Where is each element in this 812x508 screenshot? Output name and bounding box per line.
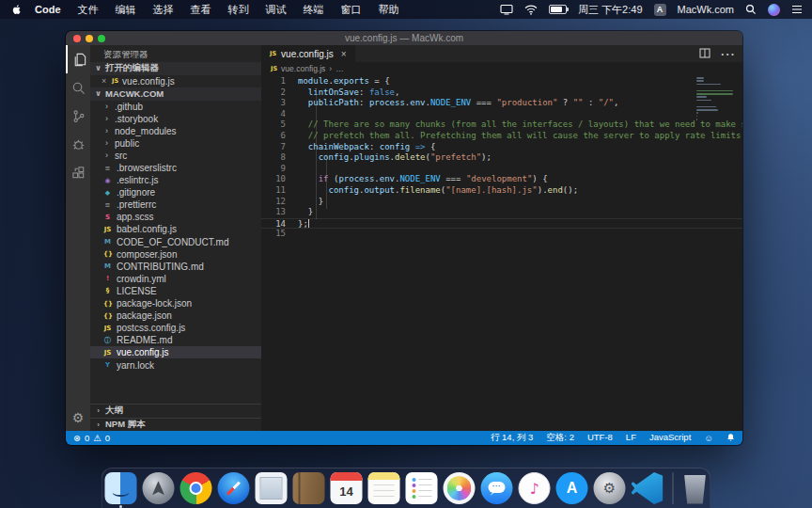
code-line-14[interactable]: 14}; [261,218,742,230]
file-vue.config.js[interactable]: JSvue.config.js [90,346,261,358]
source-control-icon[interactable] [66,102,90,130]
folder-.storybook[interactable]: ›.storybook [90,113,261,125]
dock-launchpad-icon[interactable] [143,472,175,504]
debug-icon[interactable] [66,130,90,158]
code-line-7[interactable]: 7 chainWebpack: config => { [261,142,742,153]
code-line-5[interactable]: 5 // There are so many chunks (from all … [261,119,742,131]
code-line-1[interactable]: 1module.exports = { [261,76,742,87]
input-method-icon[interactable]: A [654,4,666,16]
search-icon[interactable] [66,73,90,102]
code-line-4[interactable]: 4 [261,109,742,120]
code-line-12[interactable]: 12 } [261,197,742,208]
close-window-button[interactable] [73,35,81,42]
dock-safari-icon[interactable] [218,472,250,504]
menu-item-5[interactable]: 转到 [220,4,258,15]
breadcrumb[interactable]: JS vue.config.js › … [261,62,742,74]
dock-vscode-icon[interactable] [632,472,664,504]
spotlight-search-icon[interactable] [745,4,757,15]
extensions-icon[interactable] [66,158,90,186]
code-line-10[interactable]: 10 if (process.env.NODE_ENV === "develop… [261,174,742,185]
siri-icon[interactable] [768,4,780,16]
breadcrumb-file[interactable]: vue.config.js [281,64,325,73]
code-area[interactable]: 1module.exports = {2 lintOnSave: false,3… [261,74,742,431]
warnings-icon[interactable]: ⚠ [93,433,102,443]
file-.gitignore[interactable]: ◆.gitignore [90,186,261,198]
code-line-2[interactable]: 2 lintOnSave: false, [261,87,742,99]
code-line-13[interactable]: 13 } [261,207,742,218]
dock-contacts-icon[interactable] [293,472,325,504]
dock-trash-icon[interactable] [683,475,708,504]
dock-finder-icon[interactable] [105,472,137,504]
status-item-2[interactable]: UTF-8 [587,432,613,444]
file-crowdin.yml[interactable]: !crowdin.yml [90,273,261,285]
errors-icon[interactable]: ⊗ [73,433,81,443]
file-app.scss[interactable]: Sapp.scss [90,211,261,223]
status-item-0[interactable]: 行 14, 列 3 [491,432,533,444]
menu-item-8[interactable]: 窗口 [333,4,370,15]
dock-messages-icon[interactable]: ··· [481,472,513,504]
folder-src[interactable]: ›src [90,150,261,162]
code-line-15[interactable]: 15 [261,229,742,240]
close-tab-icon[interactable]: × [341,49,347,59]
file-.eslintrc.js[interactable]: ◉.eslintrc.js [90,174,261,186]
minimap[interactable] [696,77,738,125]
notification-center-icon[interactable] [791,5,803,14]
dock-reminders-icon[interactable] [406,472,438,504]
apple-menu-icon[interactable] [11,3,23,16]
status-item-3[interactable]: LF [626,432,636,444]
file-package-lock.json[interactable]: {}package-lock.json [90,297,261,310]
status-item-1[interactable]: 空格: 2 [546,432,574,444]
code-line-3[interactable]: 3 publicPath: process.env.NODE_ENV === "… [261,98,742,109]
file-.browserslistrc[interactable]: ≡.browserslistrc [90,162,261,174]
folder-node_modules[interactable]: ›node_modules [90,125,261,137]
open-editors-section[interactable]: ∨ 打开的编辑器 [90,62,261,75]
status-item-4[interactable]: JavaScript [649,432,691,444]
file-babel.config.js[interactable]: JSbabel.config.js [90,223,261,235]
file-yarn.lock[interactable]: Yyarn.lock [90,358,261,371]
screen-mirroring-icon[interactable] [500,4,513,15]
menu-item-6[interactable]: 调试 [258,4,295,15]
more-actions-icon[interactable]: ⋯ [720,45,735,63]
battery-icon[interactable] [549,5,567,14]
notifications-bell-icon[interactable] [726,433,735,444]
file-composer.json[interactable]: {}composer.json [90,248,261,261]
file-CONTRIBUTING.md[interactable]: MCONTRIBUTING.md [90,261,261,273]
tab-vue-config-js[interactable]: JS vue.config.js × [261,45,355,62]
window-title-bar[interactable]: vue.config.js — MacWk.com [66,31,742,45]
file-CODE_OF_CONDUCT.md[interactable]: MCODE_OF_CONDUCT.md [90,236,261,248]
folder-public[interactable]: ›public [90,137,261,150]
menu-item-0[interactable]: Code [26,4,70,15]
menu-item-4[interactable]: 查看 [182,4,220,15]
npm-scripts-section[interactable]: › NPM 脚本 [90,418,261,432]
file-README.md[interactable]: ⓘREADME.md [90,334,261,346]
menu-bar-clock[interactable]: 周三 下午2:49 [578,3,642,17]
breadcrumb-symbol[interactable]: … [336,64,344,73]
open-editor-item[interactable]: × JS vue.config.js [90,75,261,88]
dock-chrome-icon[interactable] [180,472,212,504]
menu-item-3[interactable]: 选择 [145,4,182,15]
dock-preferences-icon[interactable]: ⚙ [594,472,626,504]
minimize-window-button[interactable] [86,35,93,42]
code-line-8[interactable]: 8 config.plugins.delete("prefetch"); [261,152,742,164]
menu-item-1[interactable]: 文件 [70,4,107,15]
dock-mail-icon[interactable] [256,472,288,504]
file-postcss.config.js[interactable]: JSpostcss.config.js [90,322,261,334]
feedback-smiley-icon[interactable]: ☺ [704,433,713,443]
file-.prettierrc[interactable]: ≡.prettierrc [90,198,261,211]
folder-.github[interactable]: ›.github [90,101,261,113]
code-line-11[interactable]: 11 config.output.filename("[name].[hash]… [261,185,742,197]
errors-count[interactable]: 0 [85,433,89,443]
menu-item-9[interactable]: 帮助 [370,4,408,15]
project-section[interactable]: ∨ MACWK.COM [90,87,261,101]
zoom-window-button[interactable] [98,35,105,42]
warnings-count[interactable]: 0 [105,433,110,443]
dock-appstore-icon[interactable]: A [556,472,588,504]
dock-notes-icon[interactable] [368,472,400,504]
explorer-icon[interactable] [66,45,90,73]
split-editor-icon[interactable] [699,45,710,62]
file-package.json[interactable]: {}package.json [90,310,261,322]
wifi-icon[interactable] [524,5,538,15]
outline-section[interactable]: › 大纲 [90,404,261,418]
manage-gear-icon[interactable]: ⚙ [66,410,90,425]
dock-photos-icon[interactable] [444,472,476,504]
